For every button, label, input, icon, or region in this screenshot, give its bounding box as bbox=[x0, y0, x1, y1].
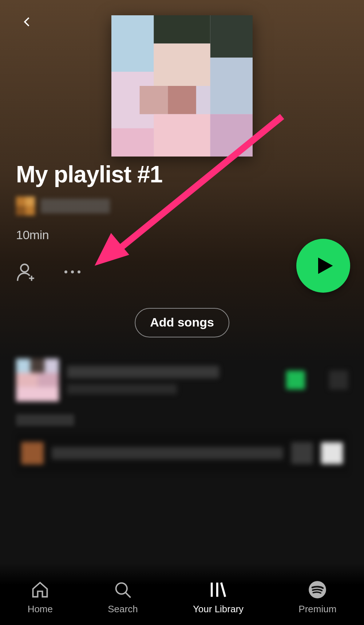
svg-rect-25 bbox=[16, 387, 59, 401]
playlist-cover[interactable] bbox=[111, 15, 253, 157]
svg-rect-3 bbox=[154, 15, 210, 44]
svg-rect-24 bbox=[37, 373, 59, 387]
dots-icon bbox=[64, 270, 67, 273]
recommended-title bbox=[52, 447, 283, 459]
library-icon bbox=[209, 580, 228, 599]
svg-rect-5 bbox=[154, 44, 210, 86]
svg-line-32 bbox=[221, 583, 225, 597]
track-list bbox=[16, 357, 348, 473]
nav-premium[interactable]: Premium bbox=[298, 580, 336, 615]
chevron-left-icon bbox=[21, 16, 33, 28]
add-songs-button[interactable]: Add songs bbox=[135, 308, 229, 337]
svg-point-28 bbox=[116, 583, 127, 594]
svg-rect-20 bbox=[16, 359, 30, 373]
svg-rect-10 bbox=[210, 114, 253, 157]
owner-avatar bbox=[16, 197, 35, 215]
playlist-duration: 10min bbox=[16, 228, 49, 242]
svg-rect-9 bbox=[154, 114, 210, 157]
download-indicator-icon[interactable] bbox=[286, 371, 305, 389]
svg-rect-22 bbox=[45, 359, 59, 373]
svg-rect-1 bbox=[111, 15, 154, 72]
home-icon bbox=[31, 580, 50, 599]
play-icon bbox=[315, 256, 335, 276]
svg-point-15 bbox=[21, 264, 28, 272]
svg-rect-21 bbox=[30, 359, 44, 373]
track-cover bbox=[16, 359, 59, 401]
nav-home[interactable]: Home bbox=[28, 580, 53, 615]
recommended-cover bbox=[21, 442, 44, 464]
invite-collaborators-button[interactable] bbox=[14, 260, 38, 284]
svg-rect-23 bbox=[16, 373, 37, 387]
nav-premium-label: Premium bbox=[298, 604, 336, 615]
recommended-action-2[interactable] bbox=[321, 442, 343, 464]
svg-rect-4 bbox=[210, 15, 253, 58]
cover-art-image bbox=[111, 15, 253, 157]
bottom-nav: Home Search Your Library Premium bbox=[0, 563, 364, 625]
nav-search[interactable]: Search bbox=[108, 580, 138, 615]
person-add-icon bbox=[16, 262, 36, 282]
svg-rect-6 bbox=[210, 58, 253, 114]
playlist-owner[interactable] bbox=[16, 197, 110, 215]
more-options-button[interactable] bbox=[60, 264, 84, 280]
nav-home-label: Home bbox=[28, 604, 53, 615]
recommended-header bbox=[16, 414, 74, 426]
track-row[interactable] bbox=[16, 357, 348, 403]
track-more-button[interactable] bbox=[329, 371, 348, 389]
play-button[interactable] bbox=[296, 239, 350, 293]
svg-rect-8 bbox=[168, 86, 196, 114]
search-icon bbox=[113, 580, 132, 599]
svg-marker-18 bbox=[318, 258, 333, 274]
nav-search-label: Search bbox=[108, 604, 138, 615]
svg-line-29 bbox=[126, 593, 131, 598]
svg-rect-7 bbox=[140, 86, 168, 114]
svg-rect-11 bbox=[111, 128, 154, 157]
recommended-action-1[interactable] bbox=[291, 442, 313, 464]
recommended-row[interactable] bbox=[16, 433, 348, 473]
nav-library[interactable]: Your Library bbox=[193, 580, 244, 615]
track-artist bbox=[67, 384, 177, 394]
track-title bbox=[67, 366, 219, 378]
playlist-title: My playlist #1 bbox=[16, 161, 162, 188]
playlist-actions bbox=[14, 256, 350, 293]
svg-rect-13 bbox=[25, 197, 35, 206]
back-button[interactable] bbox=[18, 13, 36, 31]
svg-rect-14 bbox=[16, 206, 25, 215]
track-meta bbox=[67, 366, 278, 394]
nav-library-label: Your Library bbox=[193, 604, 244, 615]
owner-name bbox=[41, 199, 110, 213]
spotify-icon bbox=[308, 580, 327, 599]
